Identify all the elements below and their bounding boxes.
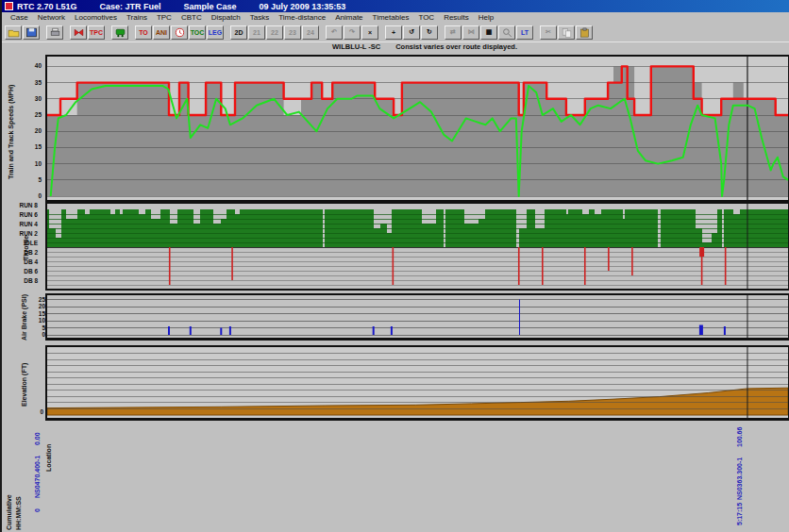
throttle-tick-db-6: DB 6	[13, 268, 38, 275]
toolbar-swap-button[interactable]: ⇄	[445, 25, 462, 40]
toolbar-ani-button[interactable]: ANI	[153, 25, 170, 40]
toolbar-paste-button[interactable]	[576, 25, 593, 40]
speed-tick-20: 20	[17, 127, 42, 135]
toolbar-23-button[interactable]: 23	[284, 25, 301, 40]
toolbar-tpc-run-button[interactable]	[70, 25, 87, 40]
throttle-panel	[45, 202, 789, 291]
air-brake-tick-20: 20	[21, 303, 45, 310]
rtc-main-window: RTC 2.70 L51G Case: JTR Fuel Sample Case…	[0, 0, 789, 532]
elevation-chart	[47, 347, 788, 418]
speed-tick-30: 30	[17, 95, 42, 103]
speed-tick-0: 0	[17, 192, 42, 200]
toolbar-cut-button[interactable]: ✂	[540, 25, 557, 40]
speed-tick-10: 10	[17, 160, 42, 168]
consist-note-label: Consist varies over route displayed.	[395, 42, 517, 51]
menu-item-timetables[interactable]: Timetables	[368, 13, 414, 22]
throttle-tick-run-4: RUN 4	[13, 221, 38, 228]
toolbar-lt-button[interactable]: LT	[516, 25, 533, 40]
toolbar-24-button[interactable]: 24	[302, 25, 319, 40]
speed-tick-5: 5	[17, 176, 42, 184]
throttle-tick-idle: IDLE	[13, 240, 38, 247]
toolbar-copy-button[interactable]	[558, 25, 575, 40]
toolbar-zoom-button[interactable]	[498, 25, 515, 40]
menu-item-time-distance[interactable]: Time-distance	[274, 13, 330, 22]
toolbar-open-button[interactable]	[5, 25, 22, 40]
air-brake-chart	[47, 295, 788, 338]
elevation-zero-tick: 0	[36, 408, 43, 415]
left-time-value: 0	[34, 508, 42, 512]
toolbar-tpc-button[interactable]: TPC	[88, 25, 105, 40]
toolbar-to-button[interactable]: TO	[135, 25, 152, 40]
toolbar-save-button[interactable]	[23, 25, 40, 40]
menu-item-help[interactable]: Help	[474, 13, 498, 22]
menu-item-cbtc[interactable]: CBTC	[176, 13, 207, 22]
speed-tick-35: 35	[17, 79, 42, 87]
menu-item-dispatch[interactable]: Dispatch	[207, 13, 245, 22]
toolbar-print-button[interactable]	[46, 25, 63, 40]
title-bar: RTC 2.70 L51G Case: JTR Fuel Sample Case…	[2, 0, 789, 12]
toolbar-22-button[interactable]: 22	[266, 25, 283, 40]
speed-tick-40: 40	[17, 62, 42, 70]
throttle-tick-db-8: DB 8	[13, 277, 38, 285]
toolbar-delete-button[interactable]: ×	[361, 25, 378, 40]
air-brake-tick-0: 0	[21, 331, 45, 339]
toolbar-21-button[interactable]: 21	[248, 25, 265, 40]
menu-item-case[interactable]: Case	[6, 13, 33, 22]
toolbar-undo-button[interactable]: ↶	[326, 25, 343, 40]
hhmmss-label: HH:MM:SS	[15, 496, 23, 530]
speed-tick-15: 15	[17, 143, 42, 151]
app-title: RTC 2.70 L51G	[17, 2, 77, 11]
toolbar-leg-button[interactable]: LEG	[207, 25, 224, 40]
menu-item-tpc[interactable]: TPC	[152, 13, 176, 22]
speed-chart	[47, 57, 788, 200]
toolbar-animate-train-button[interactable]	[111, 25, 128, 40]
toolbar-grid-button[interactable]: ▦	[480, 25, 497, 40]
menu-item-toc[interactable]: TOC	[413, 13, 439, 22]
train-id-label: WILBLU-L -SC	[332, 42, 380, 51]
right-station-value: NS0363.300-1	[736, 457, 744, 500]
left-milepost-value: 0.00	[34, 432, 42, 445]
speed-panel	[45, 55, 789, 202]
throttle-tick-run-2: RUN 2	[13, 230, 38, 238]
toolbar-2d-button[interactable]: 2D	[230, 25, 247, 40]
case-title: Case: JTR Fuel	[100, 2, 161, 11]
toolbar-redo-button[interactable]: ↷	[344, 25, 361, 40]
menu-item-trains[interactable]: Trains	[122, 13, 152, 22]
air-brake-tick-10: 10	[21, 317, 45, 324]
left-station-value: NS0470.400-1	[34, 456, 42, 498]
cumulative-label: Cumulative	[6, 494, 13, 530]
sample-title: Sample Case	[184, 2, 237, 11]
app-icon	[5, 2, 13, 10]
elevation-panel	[45, 345, 789, 421]
menu-item-locomotives[interactable]: Locomotives	[70, 13, 122, 22]
elevation-axis-label: Elevation (FT)	[21, 363, 28, 407]
toolbar: TPCTOANITOCLEG2D21222324↶↷×+↺↻⇄⋈▦LT✂	[2, 23, 789, 42]
air-brake-panel	[45, 293, 789, 341]
toolbar-rotate-cw-button[interactable]: ↻	[421, 25, 438, 40]
toolbar-toc-button[interactable]: TOC	[189, 25, 206, 40]
toolbar-join-button[interactable]: ⋈	[462, 25, 479, 40]
speed-tick-25: 25	[17, 111, 42, 119]
menu-item-results[interactable]: Results	[439, 13, 474, 22]
right-milepost-value: 100.66	[736, 427, 744, 447]
throttle-tick-run-6: RUN 6	[13, 211, 38, 219]
menu-item-network[interactable]: Network	[33, 13, 70, 22]
right-time-value: 5:17:15	[736, 503, 744, 525]
datetime-label: 09 July 2009 13:35:53	[260, 2, 346, 11]
throttle-chart	[47, 204, 788, 289]
throttle-tick-db-2: DB 2	[13, 249, 38, 257]
toolbar-clock-button[interactable]	[171, 25, 188, 40]
throttle-tick-db-4: DB 4	[13, 258, 38, 266]
toolbar-pan-button[interactable]: +	[385, 25, 402, 40]
toolbar-rotate-ccw-button[interactable]: ↺	[403, 25, 420, 40]
menu-item-animate[interactable]: Animate	[330, 13, 367, 22]
speed-axis-label: Train and Track Speeds (MPH)	[8, 85, 15, 179]
chart-header: WILBLU-L -SC Consist varies over route d…	[2, 42, 789, 55]
location-label: Location	[45, 444, 53, 472]
throttle-tick-run-8: RUN 8	[13, 202, 38, 209]
menu-item-tasks[interactable]: Tasks	[245, 13, 274, 22]
